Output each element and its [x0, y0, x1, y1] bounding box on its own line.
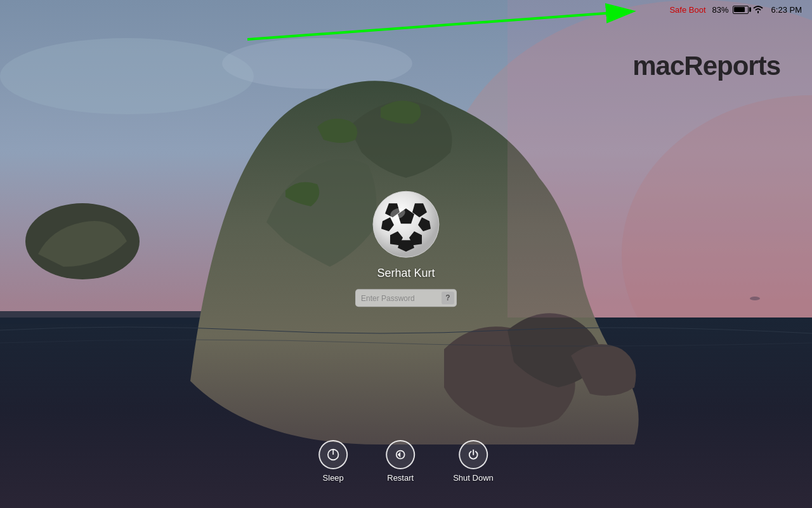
user-avatar: [371, 189, 441, 259]
clock: 6:23 PM: [771, 5, 802, 15]
sleep-button[interactable]: Sleep: [318, 440, 348, 483]
battery-icon: [733, 6, 749, 14]
sleep-label: Sleep: [323, 473, 344, 483]
wifi-icon: [752, 4, 764, 15]
svg-rect-9: [508, 0, 812, 318]
battery-percent: 83%: [712, 5, 729, 15]
power-icon: [466, 448, 480, 462]
restart-label: Restart: [387, 473, 414, 483]
svg-point-3: [0, 38, 254, 114]
password-hint-button[interactable]: ?: [442, 291, 454, 304]
bottom-buttons: Sleep Restart Shut Down: [318, 440, 494, 483]
menubar: Safe Boot 83% 6:23 PM: [0, 0, 812, 19]
sleep-icon: [326, 448, 340, 462]
watermark: macReports: [632, 51, 780, 81]
power-icon-circle: [459, 440, 488, 469]
shutdown-button[interactable]: Shut Down: [453, 440, 494, 483]
safe-boot-label: Safe Boot: [669, 5, 705, 15]
shutdown-label: Shut Down: [453, 473, 494, 483]
restart-button[interactable]: Restart: [386, 440, 415, 483]
svg-marker-26: [398, 451, 401, 457]
sleep-icon-circle: [318, 440, 348, 469]
battery-area: 83% 6:23 PM: [712, 4, 802, 15]
username: Serhat Kurt: [377, 267, 435, 280]
login-panel: Serhat Kurt ?: [355, 189, 457, 307]
restart-icon: [393, 448, 407, 462]
password-container[interactable]: ?: [355, 289, 457, 307]
restart-icon-circle: [386, 440, 415, 469]
